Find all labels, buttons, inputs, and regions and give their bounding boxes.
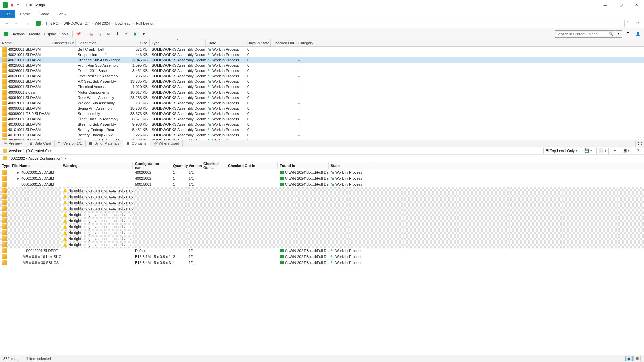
- contains-column-header[interactable]: Configuration name: [133, 162, 171, 169]
- maximize-button[interactable]: ▢: [613, 0, 629, 10]
- contains-column-header[interactable]: File Name: [10, 162, 61, 169]
- column-header[interactable]: Type▴: [150, 39, 206, 46]
- contains-row-warning[interactable]: No rights to get latest or attached vers…: [0, 212, 644, 218]
- contains-row[interactable]: M5 x 0.8 x 16 Hex SHCS.sld...B18.3.1M - …: [0, 254, 644, 260]
- minimize-button[interactable]: —: [598, 0, 613, 10]
- breadcrumb-segment[interactable]: WINDOWS (C:): [63, 21, 90, 25]
- contains-row-warning[interactable]: No rights to get latest or attached vers…: [0, 205, 644, 212]
- toolbar-menu-display[interactable]: Display: [42, 32, 58, 36]
- column-header[interactable]: Checked Out In: [271, 39, 296, 46]
- top-level-dropdown[interactable]: ⊞Top Level Only▾: [543, 148, 580, 154]
- search-box[interactable]: 🔍: [555, 30, 615, 38]
- column-header[interactable]: Days In State: [245, 39, 271, 46]
- close-button[interactable]: ✕: [629, 0, 644, 10]
- file-row[interactable]: 40098001-R3.0.SLDASMSubassembly33,676 KB…: [0, 111, 644, 116]
- contains-column-header[interactable]: Version: [186, 162, 201, 169]
- search-input[interactable]: [556, 32, 609, 36]
- view-icons-icon[interactable]: ▦: [633, 356, 641, 361]
- ribbon-tab-share[interactable]: Share: [35, 10, 54, 18]
- copy-icon[interactable]: ⧉: [105, 30, 113, 38]
- help-icon[interactable]: ?: [634, 147, 642, 155]
- file-row[interactable]: 40021001.SLDASMSuspension - Left446 KBSO…: [0, 52, 644, 57]
- version-selector[interactable]: Version: 1 ("<Created>") ▾: [2, 148, 53, 154]
- breadcrumb-segment[interactable]: This PC: [45, 21, 59, 25]
- contains-row[interactable]: ▸40020001.SLDASM4002000211/1C:\WN 2024\B…: [0, 169, 644, 175]
- search-icon[interactable]: 🔍: [609, 32, 613, 36]
- file-row[interactable]: 40099001.SLDASMFront End Sub Assembly8,6…: [0, 116, 644, 122]
- contains-row-warning[interactable]: No rights to get latest or attached vers…: [0, 224, 644, 230]
- detail-tab-version-[interactable]: ⇅Version 1/1: [55, 140, 86, 147]
- breadcrumb[interactable]: › This PC›WINDOWS (C:)›WN 2024›Bowhead›F…: [34, 20, 625, 27]
- contains-row-warning[interactable]: No rights to get latest or attached vers…: [0, 230, 644, 236]
- file-row[interactable]: 40026001.SLDASMFront - 20" - Base3,451 K…: [0, 68, 644, 73]
- contains-column-header[interactable]: Checked Out ...: [201, 162, 226, 169]
- file-row[interactable]: 40022001.SLDASMSteering Sub Assy - Right…: [0, 57, 644, 63]
- contains-row-warning[interactable]: No rights to get latest or attached vers…: [0, 218, 644, 224]
- contains-column-header[interactable]: Checked Out In: [226, 162, 278, 169]
- breadcrumb-dropdown-icon[interactable]: ˅: [626, 20, 631, 27]
- view-toggle-icon[interactable]: ☰: [624, 30, 632, 38]
- contains-row-warning[interactable]: No rights to get latest or attached vers…: [0, 236, 644, 242]
- ribbon-tab-home[interactable]: Home: [15, 10, 35, 18]
- file-row[interactable]: 40097001.SLDASMWelded Sub Assembly181 KB…: [0, 100, 644, 106]
- checkin-icon[interactable]: ⎗: [96, 30, 104, 38]
- toolbar-menu-tools[interactable]: Tools: [58, 32, 71, 36]
- ribbon-tab-file[interactable]: File: [0, 10, 15, 18]
- contains-row[interactable]: 50015001.SLDASM5001500111/1C:\WN 2024\Bo…: [0, 181, 644, 187]
- file-row[interactable]: 40101001.SLDASMBattery Endcap - Rear - L…: [0, 127, 644, 132]
- detail-tab-where-used[interactable]: 🔗Where Used: [150, 140, 183, 147]
- ribbon-tab-view[interactable]: View: [54, 10, 71, 18]
- breadcrumb-segment[interactable]: WN 2024: [94, 21, 111, 25]
- toolbar-menu-actions[interactable]: Actions: [11, 32, 27, 36]
- detail-tab-contains[interactable]: ⊞Contains: [123, 140, 150, 147]
- breadcrumb-segment[interactable]: Bowhead: [115, 21, 131, 25]
- file-row[interactable]: 40100001.SLDASMSteering Sub Assembly9,98…: [0, 122, 644, 127]
- get-latest-icon[interactable]: ⬇: [113, 30, 121, 38]
- contains-column-header[interactable]: State: [329, 162, 369, 169]
- contains-row[interactable]: ▸40021001.SLDASM4002100211/1C:\WN 2024\B…: [0, 175, 644, 181]
- pin-icon[interactable]: 📌: [75, 30, 83, 38]
- file-row[interactable]: 40094001.SLDASMRear Wheel Assembly23,253…: [0, 95, 644, 100]
- column-header[interactable]: Checked Out By: [50, 39, 76, 46]
- new-file-icon[interactable]: 🗎: [122, 30, 130, 38]
- vault-options-icon[interactable]: [2, 30, 10, 38]
- up-button[interactable]: ↑: [24, 19, 32, 27]
- file-row[interactable]: 40102001.SLDASMBattery Endcap - Fwd2,226…: [0, 132, 644, 138]
- column-header[interactable]: Category: [296, 39, 321, 46]
- contains-row-warning[interactable]: No rights to get latest or attached vers…: [0, 199, 644, 205]
- checkout-icon[interactable]: ⎘: [87, 30, 95, 38]
- detail-tab-data-card[interactable]: 🗎Data Card: [25, 140, 55, 147]
- hide-icon[interactable]: ✦: [611, 147, 619, 155]
- file-row[interactable]: 40085001.SLDASMRX Seat Sub Assembly13,73…: [0, 79, 644, 84]
- view-details-icon[interactable]: ☰: [625, 356, 633, 361]
- export-dropdown[interactable]: 📄▾: [596, 148, 609, 154]
- detail-tab-preview[interactable]: 👁Preview: [0, 140, 25, 147]
- file-row[interactable]: 40098001.SLDASMSwing Arm Assembly15,708 …: [0, 106, 644, 111]
- file-row[interactable]: 40025001.SLDASMFront Rim Sub Assembly1,5…: [0, 63, 644, 68]
- contains-row[interactable]: 90049001.SLDPRTDefault11/1C:\WN 2024\Bo.…: [0, 248, 644, 254]
- contains-row-warning[interactable]: No rights to get latest or attached vers…: [0, 193, 644, 199]
- filter-icon[interactable]: ▼: [140, 30, 148, 38]
- contains-row[interactable]: M5 x 0.8 x 30 SBHCS.sldprtB18.3.4M - 5 x…: [0, 260, 644, 266]
- contains-column-header[interactable]: Found In: [278, 162, 329, 169]
- file-row[interactable]: 40089001.SLDASMElectrical Access4,020 KB…: [0, 84, 644, 89]
- contains-column-header[interactable]: Warnings: [61, 162, 133, 169]
- contains-column-header[interactable]: Quantity: [171, 162, 186, 169]
- file-row[interactable]: 40103001.SLDASMChainguide Sub Assembly1,…: [0, 138, 644, 140]
- column-header[interactable]: State: [206, 39, 245, 46]
- columns-dropdown[interactable]: ▦▾: [621, 148, 632, 154]
- qat-dropdown-icon[interactable]: ▾: [17, 3, 19, 6]
- contains-column-header[interactable]: Type: [0, 162, 10, 169]
- contains-row-warning[interactable]: No rights to get latest or attached vers…: [0, 242, 644, 248]
- column-header[interactable]: Size: [130, 39, 150, 46]
- expand-panel-icon[interactable]: ⛶: [635, 140, 644, 147]
- search-options-icon[interactable]: ▾: [615, 30, 622, 38]
- user-icon[interactable]: 👤: [634, 30, 642, 38]
- column-header[interactable]: Description: [76, 39, 130, 46]
- toolbar-menu-modify[interactable]: Modify: [27, 32, 42, 36]
- history-dropdown-icon[interactable]: ▾: [21, 22, 23, 25]
- forward-button[interactable]: →: [12, 19, 20, 27]
- file-row[interactable]: 40036001.SLDASMFoot Rest Sub Assembly236…: [0, 73, 644, 79]
- detail-tab-bill-of-materials[interactable]: ▦Bill of Materials: [86, 140, 123, 147]
- column-header[interactable]: Name: [0, 39, 50, 46]
